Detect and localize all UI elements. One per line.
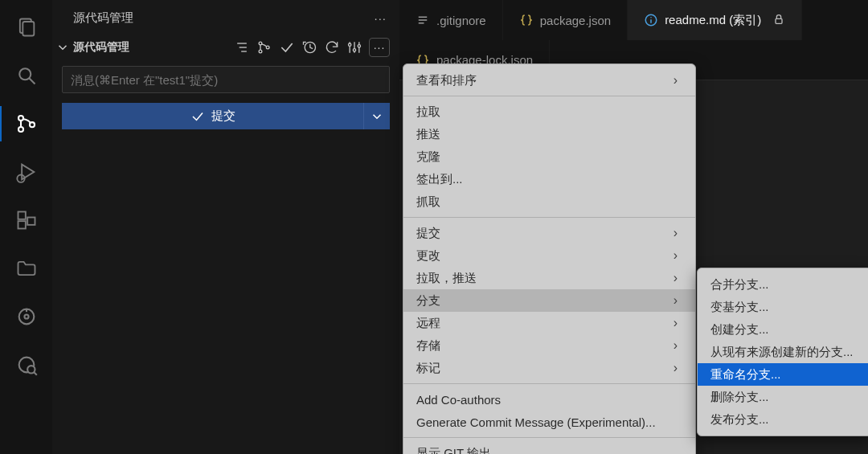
- chevron-down-icon: [370, 109, 384, 124]
- svg-point-2: [19, 68, 31, 80]
- sidebar-more-icon[interactable]: ···: [374, 11, 387, 25]
- menu-item-label: 拉取: [416, 104, 440, 120]
- svg-rect-1: [23, 22, 34, 36]
- menu-item-label: 分支: [416, 293, 440, 309]
- scm-sidebar: 源代码管理 ··· 源代码管理 ··· 提交: [52, 0, 399, 454]
- menu-item[interactable]: 拉取，推送›: [403, 267, 695, 289]
- menu-item[interactable]: 显示 GIT 输出: [403, 442, 695, 454]
- activity-extensions-icon[interactable]: [14, 207, 39, 233]
- svg-point-29: [358, 45, 360, 47]
- settings-sliders-icon[interactable]: [346, 39, 362, 55]
- menu-item-label: 更改: [416, 248, 440, 264]
- menu-separator: [403, 217, 695, 218]
- editor-tab-row-1: .gitignorepackage.jsonreadme.md (索引): [399, 0, 868, 40]
- svg-line-3: [29, 79, 35, 84]
- svg-point-27: [349, 43, 351, 46]
- activity-scm-icon[interactable]: [14, 111, 39, 137]
- submenu-item[interactable]: 变基分支...: [698, 296, 868, 318]
- submenu-item[interactable]: 重命名分支...: [698, 363, 868, 386]
- check-icon[interactable]: [279, 39, 295, 55]
- menu-item-label: 拉取，推送: [416, 271, 477, 286]
- menu-item[interactable]: 克隆: [403, 145, 695, 168]
- chevron-right-icon: ›: [674, 293, 678, 308]
- svg-point-15: [27, 366, 35, 373]
- menu-separator: [403, 437, 695, 438]
- chevron-right-icon: ›: [674, 338, 678, 353]
- menu-item-label: 提交: [416, 226, 440, 241]
- menu-item[interactable]: 提交›: [403, 222, 695, 244]
- sidebar-title: 源代码管理: [73, 10, 133, 26]
- submenu-item-label: 变基分支...: [710, 300, 769, 315]
- scm-context-menu: 查看和排序›拉取推送克隆签出到...抓取提交›更改›拉取，推送›分支›远程›存储…: [403, 63, 696, 454]
- activity-search-icon[interactable]: [14, 63, 39, 88]
- submenu-item-label: 从现有来源创建新的分支...: [710, 345, 854, 360]
- svg-rect-11: [27, 218, 35, 225]
- chevron-down-icon: [55, 40, 70, 55]
- menu-item-label: Add Co-authors: [416, 393, 501, 407]
- menu-item[interactable]: Add Co-authors: [403, 388, 695, 411]
- svg-point-4: [18, 116, 23, 121]
- activity-folder-icon[interactable]: [14, 256, 39, 281]
- chevron-right-icon: ›: [674, 316, 678, 330]
- menu-item-label: 显示 GIT 输出: [416, 446, 491, 455]
- tab-label: readme.md (索引): [665, 13, 761, 28]
- scm-section-label: 源代码管理: [73, 40, 231, 55]
- tab-label: .gitignore: [436, 14, 486, 27]
- activity-timeline-icon[interactable]: [14, 304, 39, 329]
- tab-label: package.json: [540, 14, 611, 27]
- refresh-icon[interactable]: [324, 39, 340, 55]
- svg-rect-36: [776, 18, 782, 23]
- submenu-item[interactable]: 删除分支...: [698, 386, 868, 408]
- menu-item[interactable]: 远程›: [403, 312, 695, 334]
- menu-item-label: 推送: [416, 127, 440, 142]
- svg-point-21: [259, 50, 262, 53]
- activity-run-icon[interactable]: [14, 159, 39, 185]
- svg-rect-10: [18, 221, 25, 228]
- history-icon[interactable]: [301, 39, 317, 55]
- file-icon: [644, 13, 658, 27]
- submenu-item[interactable]: 发布分支...: [698, 408, 868, 431]
- editor-tab[interactable]: .gitignore: [399, 0, 503, 40]
- activity-remote-icon[interactable]: [14, 352, 39, 378]
- menu-item[interactable]: 分支›: [403, 289, 695, 312]
- menu-item[interactable]: 标记›: [403, 357, 695, 379]
- submenu-item[interactable]: 从现有来源创建新的分支...: [698, 341, 868, 363]
- activity-explorer-icon[interactable]: [14, 14, 39, 40]
- menu-item-label: Generate Commit Message (Experimental)..…: [416, 415, 656, 429]
- svg-point-28: [353, 49, 355, 51]
- branch-graph-icon[interactable]: [256, 39, 272, 55]
- submenu-item[interactable]: 合并分支...: [698, 273, 868, 296]
- menu-item[interactable]: 推送: [403, 123, 695, 145]
- tree-view-icon[interactable]: [234, 39, 250, 55]
- menu-item[interactable]: 抓取: [403, 190, 695, 213]
- chevron-right-icon: ›: [674, 73, 678, 88]
- scm-section-header[interactable]: 源代码管理 ···: [52, 35, 399, 59]
- menu-item[interactable]: 查看和排序›: [403, 69, 695, 92]
- editor-tab[interactable]: readme.md (索引): [628, 0, 802, 40]
- file-icon: [416, 13, 430, 27]
- submenu-item-label: 合并分支...: [710, 277, 769, 292]
- svg-rect-9: [18, 212, 25, 219]
- menu-item[interactable]: 更改›: [403, 244, 695, 267]
- menu-item-label: 存储: [416, 338, 440, 354]
- menu-item-label: 抓取: [416, 194, 440, 210]
- scm-more-button[interactable]: ···: [369, 38, 390, 57]
- svg-point-20: [259, 42, 262, 45]
- menu-item[interactable]: 拉取: [403, 100, 695, 123]
- branch-submenu: 合并分支...变基分支...创建分支...从现有来源创建新的分支...重命名分支…: [697, 268, 868, 436]
- submenu-item[interactable]: 创建分支...: [698, 318, 868, 341]
- submenu-item-label: 删除分支...: [710, 390, 769, 405]
- menu-item[interactable]: Generate Commit Message (Experimental)..…: [403, 411, 695, 433]
- menu-item[interactable]: 存储›: [403, 334, 695, 357]
- svg-point-6: [29, 122, 34, 127]
- commit-message-input[interactable]: [62, 66, 390, 93]
- commit-button[interactable]: 提交: [62, 103, 364, 129]
- editor-tab[interactable]: package.json: [503, 0, 628, 40]
- commit-dropdown-button[interactable]: [364, 103, 390, 129]
- menu-separator: [403, 96, 695, 96]
- menu-item[interactable]: 签出到...: [403, 168, 695, 190]
- chevron-right-icon: ›: [674, 271, 678, 285]
- menu-separator: [403, 383, 695, 384]
- svg-point-5: [18, 127, 23, 132]
- menu-item-label: 远程: [416, 316, 440, 331]
